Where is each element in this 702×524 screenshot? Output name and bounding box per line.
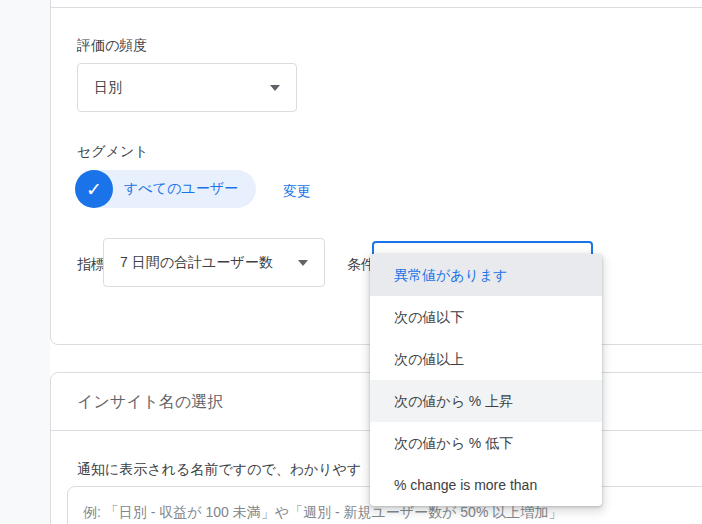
- insight-name-description: 通知に表示される名前ですので、わかりやす: [77, 461, 361, 479]
- check-circle-icon: ✓: [75, 170, 113, 208]
- page-left-gutter: [0, 0, 50, 524]
- condition-dropdown-menu: 異常値があります 次の値以下 次の値以上 次の値から % 上昇 次の値から % …: [370, 254, 602, 506]
- menu-item-greater-than[interactable]: 次の値以上: [370, 338, 602, 380]
- metric-select[interactable]: 7 日間の合計ユーザー数: [103, 238, 325, 287]
- segment-chip-label: すべてのユーザー: [124, 180, 238, 198]
- menu-item-percent-decrease[interactable]: 次の値から % 低下: [370, 422, 602, 464]
- menu-item-percent-change-more-than[interactable]: % change is more than: [370, 464, 602, 506]
- metric-select-value: 7 日間の合計ユーザー数: [120, 254, 273, 272]
- segment-change-link[interactable]: 変更: [283, 183, 311, 201]
- menu-item-anomaly[interactable]: 異常値があります: [370, 254, 602, 296]
- segment-label: セグメント: [77, 143, 149, 161]
- menu-item-percent-increase[interactable]: 次の値から % 上昇: [370, 380, 602, 422]
- segment-chip-all-users[interactable]: ✓ すべてのユーザー: [75, 170, 256, 208]
- frequency-select[interactable]: 日別: [77, 63, 297, 112]
- card-header-divider: [51, 7, 702, 8]
- metric-label: 指標: [77, 256, 105, 274]
- insight-name-title: インサイト名の選択: [77, 392, 223, 413]
- frequency-label: 評価の頻度: [77, 37, 147, 55]
- insight-name-placeholder: 例: 「日別 - 収益が 100 未満」や「週別 - 新規ユーザー数が 50% …: [83, 504, 702, 522]
- frequency-select-value: 日別: [94, 79, 122, 97]
- menu-item-less-than[interactable]: 次の値以下: [370, 296, 602, 338]
- chevron-down-icon: [298, 260, 308, 266]
- chevron-down-icon: [270, 85, 280, 91]
- check-glyph: ✓: [86, 178, 102, 201]
